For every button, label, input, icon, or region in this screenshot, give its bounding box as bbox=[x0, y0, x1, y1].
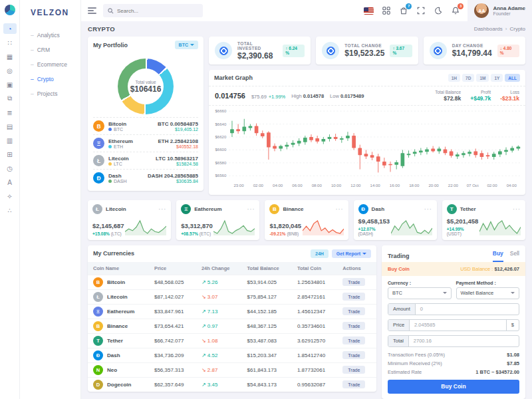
components-icon[interactable]: ✧ bbox=[3, 191, 17, 201]
donut-center: Total value $106416 bbox=[128, 68, 164, 104]
sparkline-chart bbox=[479, 217, 521, 236]
dashboards-icon[interactable]: ◔ bbox=[3, 23, 17, 34]
sidebar-item-analytics[interactable]: Analytics bbox=[20, 28, 80, 43]
sparkline-chart bbox=[303, 217, 344, 236]
trade-button[interactable]: Trade bbox=[342, 278, 365, 286]
neo-coin-icon: N bbox=[93, 365, 103, 375]
stat-value: $19,523.25 bbox=[344, 49, 384, 58]
amount-field[interactable]: Amount 0 bbox=[388, 303, 519, 315]
trade-button[interactable]: Trade bbox=[342, 336, 365, 344]
ethereum-coin-icon: Ξ bbox=[93, 138, 104, 149]
buy-coin-button[interactable]: Buy Coin bbox=[388, 380, 519, 394]
sidebar-menu-items: AnalyticsCRMEcommerceCryptoProjects bbox=[20, 28, 80, 101]
search-box[interactable] bbox=[103, 4, 203, 17]
price-input[interactable]: 2.045585 bbox=[410, 320, 506, 331]
charts-icon[interactable]: ▥ bbox=[3, 135, 17, 146]
trade-button[interactable]: Trade bbox=[342, 380, 365, 388]
table-row-neo: NNeo$56,357.313↘ 2.87$61,843.1731.877320… bbox=[88, 362, 376, 377]
range-all-button[interactable]: ALL bbox=[505, 74, 520, 82]
svg-text:20:00: 20:00 bbox=[428, 184, 439, 188]
portfolio-coin-row[interactable]: BBitcoinBTCBTC 0.00584875$19,405.12 bbox=[93, 117, 198, 134]
svg-text:$6560: $6560 bbox=[215, 174, 226, 178]
tether-coin-icon: T bbox=[447, 204, 457, 214]
svg-text:04:00: 04:00 bbox=[273, 184, 283, 188]
card-menu-button[interactable]: ··· bbox=[424, 207, 432, 210]
column-price: Price bbox=[149, 262, 196, 275]
page-content: My Portfolio BTC Total value $106416 BBi… bbox=[81, 35, 532, 399]
tables-icon[interactable]: ▤ bbox=[3, 121, 17, 132]
dark-mode-button[interactable] bbox=[433, 6, 443, 16]
change-value: ↘ 3.07 bbox=[201, 294, 218, 300]
range-24h-button[interactable]: 24H bbox=[311, 249, 329, 258]
currencies-title: My Currencies bbox=[93, 250, 134, 257]
total-field[interactable]: Total 2700.16 bbox=[388, 335, 519, 347]
chevron-down-icon bbox=[443, 292, 447, 294]
notifications-button[interactable]: 3 bbox=[450, 6, 460, 16]
portfolio-currency-select[interactable]: BTC bbox=[175, 41, 198, 49]
cart-badge: 7 bbox=[406, 3, 412, 9]
svg-text:$6620: $6620 bbox=[215, 135, 226, 139]
trade-button[interactable]: Trade bbox=[342, 307, 365, 315]
sidebar-item-projects[interactable]: Projects bbox=[20, 86, 80, 101]
range-1y-button[interactable]: 1Y bbox=[491, 74, 503, 82]
trade-button[interactable]: Trade bbox=[342, 293, 365, 301]
portfolio-coin-row[interactable]: ΞEthereumETHETH 2.25842108$40552.18 bbox=[93, 134, 198, 152]
trade-button[interactable]: Trade bbox=[342, 351, 365, 359]
card-menu-button[interactable]: ··· bbox=[247, 207, 255, 210]
range-1m-button[interactable]: 1M bbox=[476, 74, 489, 82]
svg-text:22:00: 22:00 bbox=[448, 184, 459, 188]
change-value: ↗ 7.13 bbox=[201, 309, 218, 315]
main-area: 7 3 AA Anna Adame Founder bbox=[81, 0, 532, 399]
range-1h-button[interactable]: 1H bbox=[448, 74, 460, 82]
range-7d-button[interactable]: 7D bbox=[462, 74, 474, 82]
user-menu[interactable]: AA Anna Adame Founder bbox=[467, 0, 532, 21]
binance-coin-icon: B bbox=[269, 204, 279, 214]
icons-icon[interactable]: ⊞ bbox=[3, 149, 17, 160]
forms-icon[interactable]: ≣ bbox=[3, 107, 17, 118]
trade-button[interactable]: Trade bbox=[342, 322, 365, 330]
search-input[interactable] bbox=[117, 8, 190, 14]
get-report-button[interactable]: Get Report bbox=[332, 249, 371, 258]
multilevel-icon[interactable]: A bbox=[3, 177, 17, 188]
trade-button[interactable]: Trade bbox=[342, 366, 365, 374]
authentication-icon[interactable]: ▣ bbox=[3, 79, 17, 90]
widgets-icon[interactable]: ⧉ bbox=[3, 93, 17, 104]
language-flag-button[interactable] bbox=[364, 6, 374, 16]
card-menu-button[interactable]: ··· bbox=[158, 207, 166, 210]
market-graph-title: Market Graph bbox=[214, 74, 253, 81]
pages-icon[interactable]: ◎ bbox=[3, 65, 17, 76]
svg-text:14:00: 14:00 bbox=[370, 184, 381, 188]
sidebar-icon-rail: ◔∷▦◎▣⧉≣▤▥⊞◷A✧∴ bbox=[0, 0, 20, 399]
market-price-usd: $75.69 bbox=[251, 94, 267, 100]
tab-sell[interactable]: Sell bbox=[510, 250, 519, 262]
sidebar-item-crypto[interactable]: Crypto bbox=[20, 72, 80, 86]
cart-button[interactable]: 7 bbox=[398, 6, 408, 16]
stat-card: DAY CHANGE$14,799.44↓ 4.80 % bbox=[424, 37, 525, 65]
stat-change-badge: ↑ 3.67 % bbox=[390, 45, 412, 57]
price-field[interactable]: Price 2.045585 $ bbox=[388, 319, 519, 331]
portfolio-coin-row[interactable]: ĐDashDASHDASH 204.28565885$30635.84 bbox=[93, 169, 198, 186]
total-input[interactable]: 2700.16 bbox=[409, 336, 519, 346]
svg-text:$6660: $6660 bbox=[215, 109, 226, 113]
trading-summary: Transaction Fees (0.05%)$1.08 Minimum Re… bbox=[382, 347, 525, 375]
portfolio-coin-row[interactable]: ŁLitecoinLTCLTC 10.58963217$15824.58 bbox=[93, 152, 198, 169]
sidebar-item-crm[interactable]: CRM bbox=[20, 43, 80, 57]
litecoin-coin-icon: Ł bbox=[93, 292, 103, 302]
tab-buy[interactable]: Buy bbox=[493, 250, 503, 262]
payment-method-select[interactable]: Wallet Balance bbox=[456, 287, 520, 299]
card-menu-button[interactable]: ··· bbox=[513, 207, 521, 210]
apps-grid-button[interactable] bbox=[381, 6, 391, 16]
maps-icon[interactable]: ◷ bbox=[3, 163, 17, 174]
sidebar-item-ecommerce[interactable]: Ecommerce bbox=[20, 57, 80, 72]
breadcrumb-dashboards[interactable]: Dashboards bbox=[474, 26, 503, 32]
brand-logo-icon[interactable] bbox=[5, 5, 15, 15]
fullscreen-button[interactable] bbox=[416, 6, 426, 16]
layouts-icon[interactable]: ▦ bbox=[3, 51, 17, 62]
stat-change-badge: ↑ 6.24 % bbox=[283, 45, 305, 57]
amount-input[interactable]: 0 bbox=[416, 304, 519, 315]
card-menu-button[interactable]: ··· bbox=[336, 207, 344, 210]
share-icon[interactable]: ∴ bbox=[3, 205, 17, 215]
hamburger-menu-icon[interactable] bbox=[88, 7, 96, 14]
apps-icon[interactable]: ∷ bbox=[3, 37, 17, 48]
currency-select[interactable]: BTC bbox=[388, 287, 452, 299]
